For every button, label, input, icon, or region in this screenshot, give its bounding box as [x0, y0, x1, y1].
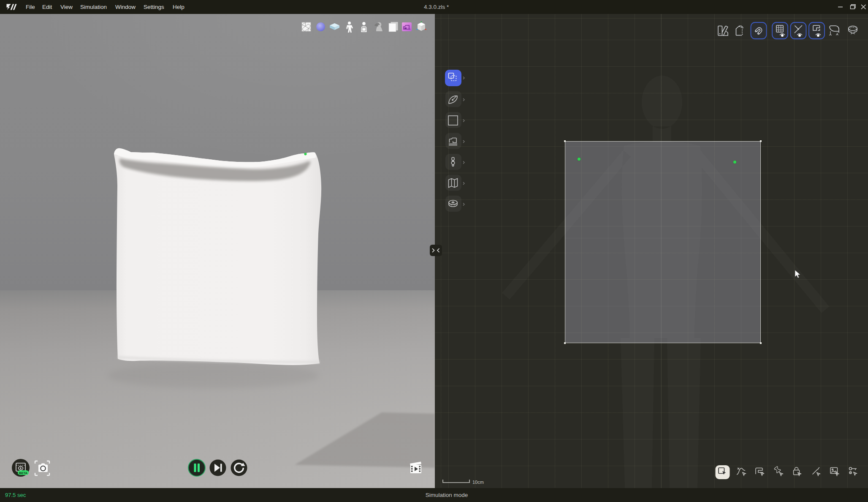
svg-text:BETA: BETA — [19, 471, 27, 475]
svg-text:10cm: 10cm — [472, 480, 484, 485]
